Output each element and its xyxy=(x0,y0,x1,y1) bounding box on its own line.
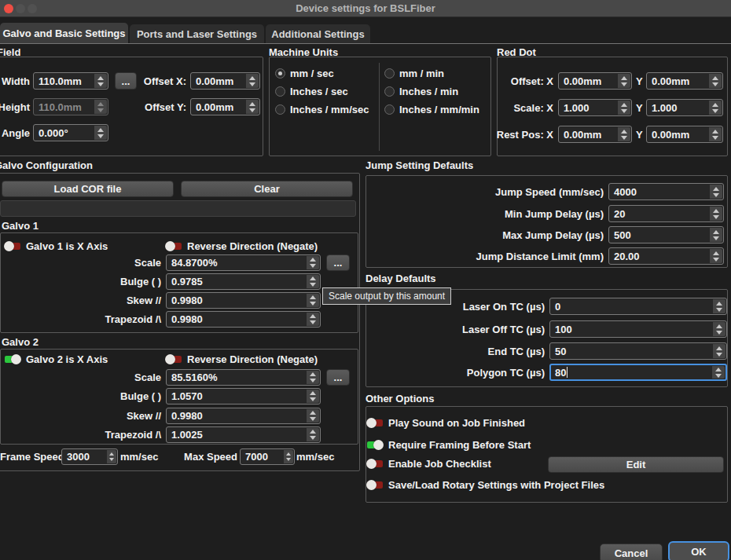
radio-mm-min[interactable] xyxy=(384,68,395,79)
reddot-scale-x-value[interactable]: 1.000 xyxy=(564,102,590,114)
spin-buttons[interactable] xyxy=(307,294,319,307)
spin-buttons[interactable] xyxy=(307,275,319,288)
frame-speed-value[interactable]: 3000 xyxy=(67,451,90,463)
galvo1-axis-toggle[interactable] xyxy=(4,241,21,251)
load-cor-file-button[interactable]: Load COR file xyxy=(2,181,174,197)
min-jump-delay-input[interactable]: 20 xyxy=(608,205,724,222)
galvo1-bulge-input[interactable]: 0.9785 xyxy=(166,273,321,290)
spin-buttons[interactable] xyxy=(710,249,722,263)
radio-mm-sec[interactable] xyxy=(275,68,285,79)
galvo2-skew-value[interactable]: 0.9980 xyxy=(171,410,203,422)
ok-button[interactable]: OK xyxy=(668,541,729,560)
edit-checklist-button[interactable]: Edit xyxy=(548,456,724,473)
polygon-tc-value[interactable]: 80 xyxy=(555,367,566,379)
width-value[interactable]: 110.0mm xyxy=(39,75,82,87)
reddot-offset-y-value[interactable]: 0.00mm xyxy=(652,75,689,87)
laser-off-tc-value[interactable]: 100 xyxy=(555,324,572,335)
offset-x-input[interactable]: 0.00mm xyxy=(190,72,260,90)
galvo2-scale-input[interactable]: 85.5160% xyxy=(166,369,321,386)
spin-buttons[interactable] xyxy=(307,390,319,403)
angle-input[interactable]: 0.000° xyxy=(33,124,108,141)
spin-buttons[interactable] xyxy=(709,101,722,115)
width-input[interactable]: 110.0mm xyxy=(33,72,108,90)
radio-inches-mm-sec[interactable] xyxy=(275,104,285,115)
spin-buttons[interactable] xyxy=(709,127,722,141)
min-jump-delay-value[interactable]: 20 xyxy=(614,208,625,220)
radio-mm-sec-label[interactable]: mm / sec xyxy=(290,68,334,79)
angle-value[interactable]: 0.000° xyxy=(39,127,68,139)
galvo2-bulge-input[interactable]: 1.0570 xyxy=(166,388,321,404)
galvo2-trapezoid-input[interactable]: 1.0025 xyxy=(166,426,321,443)
polygon-tc-input[interactable]: 80 xyxy=(549,364,727,381)
spin-buttons[interactable] xyxy=(284,450,293,463)
spin-buttons[interactable] xyxy=(618,101,630,115)
max-speed-value[interactable]: 7000 xyxy=(245,451,268,463)
jump-speed-value[interactable]: 4000 xyxy=(614,186,637,198)
offset-y-value[interactable]: 0.00mm xyxy=(196,101,233,113)
galvo2-trapezoid-value[interactable]: 1.0025 xyxy=(171,429,203,441)
radio-inches-mm-min-label[interactable]: Inches / mm/min xyxy=(399,104,479,115)
spin-buttons[interactable] xyxy=(709,74,722,88)
spin-buttons[interactable] xyxy=(107,450,116,463)
galvo1-bulge-value[interactable]: 0.9785 xyxy=(171,276,203,287)
galvo1-trapezoid-value[interactable]: 0.9980 xyxy=(171,313,203,325)
spin-buttons[interactable] xyxy=(307,428,319,441)
spin-buttons[interactable] xyxy=(94,74,107,88)
galvo2-axis-toggle[interactable] xyxy=(4,354,21,364)
end-tc-input[interactable]: 50 xyxy=(549,342,727,360)
laser-on-tc-input[interactable]: 0 xyxy=(549,298,727,315)
jump-distance-limit-value[interactable]: 20.00 xyxy=(614,251,640,262)
galvo2-bulge-value[interactable]: 1.0570 xyxy=(171,390,203,402)
galvo2-reverse-toggle[interactable] xyxy=(165,354,182,364)
reddot-offset-y-input[interactable]: 0.00mm xyxy=(646,72,723,90)
clear-cor-button[interactable]: Clear xyxy=(181,181,353,197)
spin-buttons[interactable] xyxy=(618,74,630,88)
tab-galvo-basic-settings[interactable]: Galvo and Basic Settings xyxy=(0,23,128,44)
spin-buttons[interactable] xyxy=(246,100,259,114)
radio-mm-min-label[interactable]: mm / min xyxy=(399,68,444,79)
offset-x-value[interactable]: 0.00mm xyxy=(196,75,233,87)
spin-buttons[interactable] xyxy=(246,74,259,88)
jump-distance-limit-input[interactable]: 20.00 xyxy=(608,247,724,265)
play-sound-toggle[interactable] xyxy=(366,418,384,428)
spin-buttons[interactable] xyxy=(618,127,630,141)
radio-inches-min[interactable] xyxy=(384,86,395,97)
reddot-restpos-y-input[interactable]: 0.00mm xyxy=(646,126,723,143)
max-jump-delay-input[interactable]: 500 xyxy=(608,226,724,243)
galvo1-scale-value[interactable]: 84.8700% xyxy=(171,257,218,269)
spin-buttons[interactable] xyxy=(307,313,319,326)
radio-inches-sec[interactable] xyxy=(275,86,285,97)
spin-buttons[interactable] xyxy=(713,299,725,313)
offset-y-input[interactable]: 0.00mm xyxy=(190,98,260,115)
tab-additional-settings[interactable]: Additional Settings xyxy=(266,24,370,44)
laser-off-tc-input[interactable]: 100 xyxy=(549,320,727,338)
jump-speed-input[interactable]: 4000 xyxy=(608,183,724,200)
max-jump-delay-value[interactable]: 500 xyxy=(614,229,631,241)
radio-inches-mm-sec-label[interactable]: Inches / mm/sec xyxy=(290,104,369,115)
spin-buttons[interactable] xyxy=(307,371,319,384)
spin-buttons[interactable] xyxy=(710,207,722,221)
reddot-scale-y-value[interactable]: 1.000 xyxy=(652,102,678,114)
reddot-offset-x-input[interactable]: 0.00mm xyxy=(558,72,632,90)
spin-buttons[interactable] xyxy=(713,322,725,336)
frame-speed-input[interactable]: 3000 xyxy=(61,448,118,465)
radio-inches-min-label[interactable]: Inches / min xyxy=(399,86,458,97)
galvo1-skew-input[interactable]: 0.9980 xyxy=(166,292,321,309)
tab-ports-laser-settings[interactable]: Ports and Laser Settings xyxy=(130,24,264,44)
galvo1-reverse-toggle[interactable] xyxy=(165,241,182,251)
galvo1-scale-browse-button[interactable]: ... xyxy=(326,254,350,271)
cancel-button[interactable]: Cancel xyxy=(600,544,663,560)
galvo2-scale-value[interactable]: 85.5160% xyxy=(171,372,218,383)
reddot-restpos-y-value[interactable]: 0.00mm xyxy=(652,129,689,141)
radio-inches-sec-label[interactable]: Inches / sec xyxy=(290,86,348,97)
galvo2-skew-input[interactable]: 0.9980 xyxy=(166,408,321,424)
spin-buttons[interactable] xyxy=(713,344,725,358)
reddot-scale-y-input[interactable]: 1.000 xyxy=(646,99,723,116)
galvo1-skew-value[interactable]: 0.9980 xyxy=(171,295,203,306)
reddot-scale-x-input[interactable]: 1.000 xyxy=(558,99,632,116)
require-framing-toggle[interactable] xyxy=(366,440,384,450)
galvo1-scale-input[interactable]: 84.8700% xyxy=(166,254,321,271)
galvo2-scale-browse-button[interactable]: ... xyxy=(326,369,350,386)
save-rotary-toggle[interactable] xyxy=(366,480,384,490)
laser-on-tc-value[interactable]: 0 xyxy=(555,301,560,313)
